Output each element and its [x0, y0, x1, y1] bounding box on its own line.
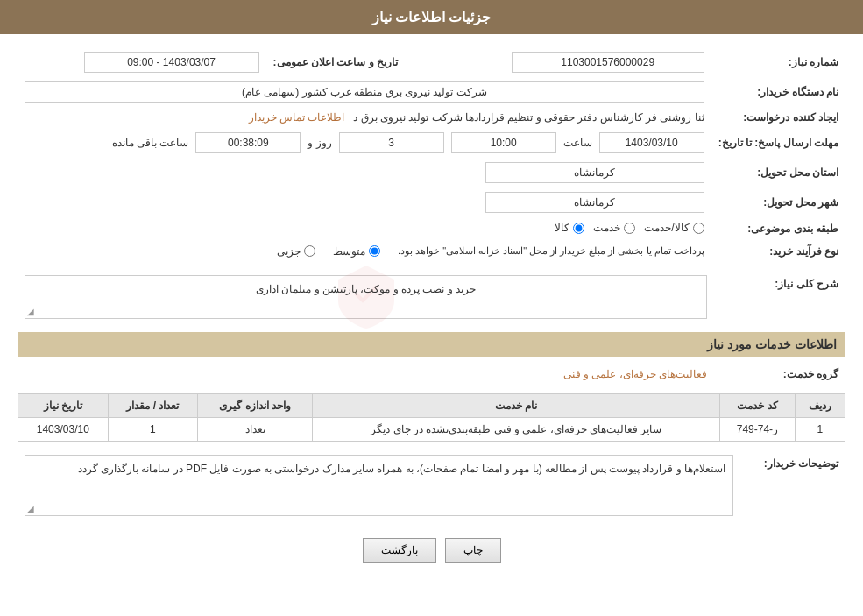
service-group-row: گروه خدمت: فعالیت‌های حرفه‌ای، علمی و فن… [18, 364, 845, 385]
province-label: استان محل تحویل: [711, 158, 845, 188]
announce-date-value: 1403/03/07 - 09:00 [18, 47, 266, 77]
print-button[interactable]: چاپ [445, 538, 501, 563]
process-radio-motavasset[interactable] [369, 245, 380, 257]
reply-time-label: ساعت [563, 137, 592, 149]
city-cell: کرمانشاه [18, 188, 711, 217]
category-radio-khedmat[interactable] [624, 223, 635, 234]
buyer-org-input: شرکت تولید نیروی برق منطقه غرب کشور (سها… [25, 81, 704, 103]
creator-label: ایجاد کننده درخواست: [711, 107, 845, 128]
cell-date: 1403/03/10 [18, 417, 109, 441]
back-button[interactable]: بازگشت [363, 538, 436, 563]
resize-handle[interactable]: ◢ [27, 307, 34, 316]
category-radio-group: کالا/خدمت خدمت کالا [555, 222, 704, 234]
province-row: استان محل تحویل: کرمانشاه [18, 158, 845, 188]
buyer-org-value: شرکت تولید نیروی برق منطقه غرب کشور (سها… [18, 77, 711, 107]
col-header-code: کد خدمت [720, 393, 796, 417]
process-label-motavasset: متوسط [333, 245, 365, 258]
buyer-notes-cell: استعلام‌ها و قرارداد پیوست پس از مطالعه … [18, 450, 740, 520]
col-header-date: تاریخ نیاز [18, 393, 109, 417]
services-table-body: 1 ز-74-749 سایر فعالیت‌های حرفه‌ای، علمی… [18, 417, 845, 441]
buyer-notes-text: استعلام‌ها و قرارداد پیوست پس از مطالعه … [78, 463, 725, 475]
reply-day-label: روز و [308, 137, 331, 149]
reply-date-input: 1403/03/10 [599, 132, 704, 153]
reply-deadline-cell: 1403/03/10 ساعت 10:00 3 روز و 00:38:09 س… [18, 128, 711, 158]
buyer-org-row: نام دستگاه خریدار: شرکت تولید نیروی برق … [18, 77, 845, 107]
need-number-label: شماره نیاز: [711, 47, 845, 77]
col-header-name: نام خدمت [313, 393, 720, 417]
category-radio-kala[interactable] [573, 223, 584, 234]
category-label-kala: کالا [555, 222, 569, 234]
page-title: جزئیات اطلاعات نیاز [372, 10, 492, 25]
category-option-kala: کالا [555, 222, 584, 234]
services-table-header-row: ردیف کد خدمت نام خدمت واحد اندازه گیری ت… [18, 393, 845, 417]
category-row: طبقه بندی موضوعی: کالا/خدمت خدمت [18, 217, 845, 241]
reply-deadline-label: مهلت ارسال پاسخ: تا تاریخ: [711, 128, 845, 158]
reply-deadline-row: مهلت ارسال پاسخ: تا تاریخ: 1403/03/10 سا… [18, 128, 845, 158]
reply-time-input: 10:00 [451, 132, 556, 153]
cell-qty: 1 [108, 417, 198, 441]
time-row: 1403/03/10 ساعت 10:00 3 روز و 00:38:09 س… [25, 132, 704, 153]
process-type-cell: پرداخت تمام یا بخشی از مبلغ خریدار از مح… [18, 241, 711, 262]
service-group-link[interactable]: فعالیت‌های حرفه‌ای، علمی و فنی [563, 368, 707, 380]
col-header-row: ردیف [795, 393, 845, 417]
category-option-kala-khedmat: کالا/خدمت [644, 222, 704, 234]
creator-contact-link[interactable]: اطلاعات تماس خریدار [249, 111, 345, 124]
process-label-jozi: جزیی [277, 245, 301, 258]
general-desc-label: شرح کلی نیاز: [714, 271, 845, 323]
button-row: چاپ بازگشت [18, 538, 845, 563]
need-number-row: شماره نیاز: 1103001576000029 تاریخ و ساع… [18, 47, 845, 77]
services-table: ردیف کد خدمت نام خدمت واحد اندازه گیری ت… [18, 393, 845, 442]
buyer-notes-table: توضیحات خریدار: استعلام‌ها و قرارداد پیو… [18, 450, 845, 520]
city-label: شهر محل تحویل: [711, 188, 845, 217]
process-type-options: پرداخت تمام یا بخشی از مبلغ خریدار از مح… [25, 245, 704, 258]
cell-code: ز-74-749 [720, 417, 796, 441]
buyer-org-label: نام دستگاه خریدار: [711, 77, 845, 107]
general-desc-box: خرید و نصب پرده و موکت، پارتیشن و مبلمان… [25, 275, 707, 319]
service-group-cell: فعالیت‌های حرفه‌ای، علمی و فنی [18, 364, 714, 385]
process-radio-jozi[interactable] [304, 245, 315, 257]
need-number-input: 1103001576000029 [512, 52, 704, 73]
buyer-notes-resize[interactable]: ◢ [27, 504, 34, 513]
buyer-notes-box: استعلام‌ها و قرارداد پیوست پس از مطالعه … [25, 455, 733, 516]
category-label-khedmat: خدمت [593, 222, 620, 234]
services-section-header: اطلاعات خدمات مورد نیاز [18, 332, 845, 357]
process-note: پرداخت تمام یا بخشی از مبلغ خریدار از مح… [398, 245, 704, 257]
process-option-jozi: جزیی [277, 245, 315, 258]
creator-cell: ثنا روشنی فر کارشناس دفتر حقوقی و تنظیم … [18, 107, 711, 128]
category-option-khedmat: خدمت [593, 222, 635, 234]
table-row: 1 ز-74-749 سایر فعالیت‌های حرفه‌ای، علمی… [18, 417, 845, 441]
announce-date-label: تاریخ و ساعت اعلان عمومی: [266, 47, 405, 77]
announce-date-input: 1403/03/07 - 09:00 [84, 52, 259, 73]
info-table: شماره نیاز: 1103001576000029 تاریخ و ساع… [18, 47, 845, 262]
page-container: جزئیات اطلاعات نیاز شماره نیاز: 11030015… [0, 0, 863, 616]
need-number-value: 1103001576000029 [440, 47, 711, 77]
city-input: کرمانشاه [485, 192, 704, 213]
process-type-label: نوع فرآیند خرید: [711, 241, 845, 262]
main-content: شماره نیاز: 1103001576000029 تاریخ و ساع… [0, 34, 863, 593]
creator-value: ثنا روشنی فر کارشناس دفتر حقوقی و تنظیم … [353, 111, 704, 124]
general-desc-table: شرح کلی نیاز: خرید و نصب پرده و موکت، پا… [18, 271, 845, 323]
service-group-label: گروه خدمت: [714, 364, 845, 385]
cell-unit: تعداد [198, 417, 313, 441]
category-radio-kala-khedmat[interactable] [693, 223, 704, 234]
col-header-qty: تعداد / مقدار [108, 393, 198, 417]
buyer-notes-row: توضیحات خریدار: استعلام‌ها و قرارداد پیو… [18, 450, 845, 520]
general-desc-text: خرید و نصب پرده و موکت، پارتیشن و مبلمان… [256, 283, 476, 295]
page-header: جزئیات اطلاعات نیاز [0, 0, 863, 34]
general-desc-cell: خرید و نصب پرده و موکت، پارتیشن و مبلمان… [18, 271, 714, 323]
reply-day-input: 3 [339, 132, 444, 153]
cell-name: سایر فعالیت‌های حرفه‌ای، علمی و فنی طبقه… [313, 417, 720, 441]
remaining-input: 00:38:09 [195, 132, 301, 153]
remaining-label: ساعت باقی مانده [112, 137, 189, 149]
watermark-shield-icon [331, 262, 401, 332]
general-desc-row: شرح کلی نیاز: خرید و نصب پرده و موکت، پا… [18, 271, 845, 323]
process-type-row: نوع فرآیند خرید: پرداخت تمام یا بخشی از … [18, 241, 845, 262]
creator-row: ایجاد کننده درخواست: ثنا روشنی فر کارشنا… [18, 107, 845, 128]
category-label-kala-khedmat: کالا/خدمت [644, 222, 689, 234]
cell-row: 1 [795, 417, 845, 441]
col-header-unit: واحد اندازه گیری [198, 393, 313, 417]
buyer-notes-label: توضیحات خریدار: [740, 450, 845, 520]
category-label: طبقه بندی موضوعی: [711, 217, 845, 241]
province-input: کرمانشاه [485, 162, 704, 183]
category-cell: کالا/خدمت خدمت کالا [18, 217, 711, 241]
